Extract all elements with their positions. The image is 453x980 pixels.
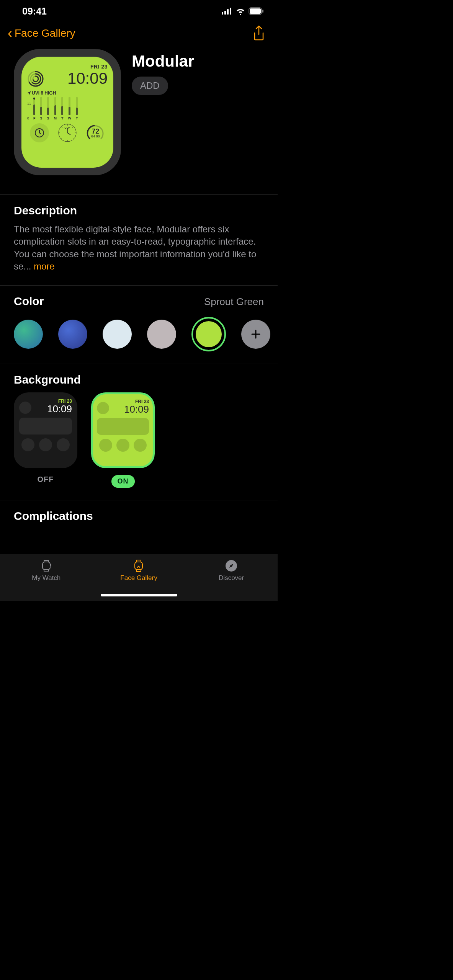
uvi-bar: W <box>68 97 72 120</box>
activity-rings-icon <box>27 70 44 87</box>
back-button[interactable]: ‹ Face Gallery <box>8 26 75 40</box>
tab-discover[interactable]: Discover <box>193 559 270 582</box>
clock-face-icon: CUP <box>58 123 77 142</box>
timer-complication <box>30 123 49 142</box>
color-section: Color Sprout Green <box>0 286 278 364</box>
description-section: Description The most flexible digital-st… <box>0 195 278 286</box>
share-button[interactable] <box>252 25 265 41</box>
uvi-bar: S <box>47 97 49 120</box>
tab-label: My Watch <box>32 574 61 582</box>
status-icons <box>222 7 264 15</box>
svg-text:CUP: CUP <box>65 126 70 129</box>
background-title: Background <box>14 373 264 386</box>
home-indicator[interactable] <box>101 594 177 596</box>
color-swatch[interactable] <box>58 320 87 349</box>
world-clock-complication: CUP <box>58 123 77 142</box>
color-swatch[interactable] <box>147 320 176 349</box>
color-row <box>14 317 264 351</box>
hero-section: FRI 23 10:09 UVI 6 HIGH 11 0 FSSMTWT <box>0 49 278 195</box>
battery-icon <box>249 7 264 15</box>
nav-bar: ‹ Face Gallery <box>0 21 278 49</box>
uvi-label: UVI 6 HIGH <box>27 90 108 96</box>
svg-rect-3 <box>230 8 231 15</box>
color-title: Color <box>14 295 44 308</box>
tab-my-watch[interactable]: My Watch <box>8 559 85 582</box>
color-swatch[interactable] <box>14 320 43 349</box>
color-swatch[interactable] <box>103 320 132 349</box>
weather-arc-icon <box>86 123 105 142</box>
svg-line-20 <box>72 138 74 139</box>
uvi-bar: M <box>54 97 57 120</box>
timer-icon <box>34 127 45 139</box>
face-title: Modular <box>132 52 264 70</box>
tab-label: Discover <box>219 574 244 582</box>
complications-title: Complications <box>14 510 264 523</box>
watch-date: FRI 23 <box>67 64 108 70</box>
uvi-bar: F <box>33 97 36 120</box>
status-time: 09:41 <box>22 6 47 17</box>
svg-rect-27 <box>51 564 51 566</box>
background-on-label: ON <box>111 475 135 488</box>
svg-line-21 <box>61 138 62 139</box>
add-button[interactable]: ADD <box>132 77 168 95</box>
svg-line-22 <box>72 127 74 128</box>
weather-complication: 72 64 88 <box>86 123 105 142</box>
compass-icon <box>225 559 238 572</box>
background-on-option[interactable]: FRI 23 10:09 ON <box>91 392 155 488</box>
svg-line-19 <box>61 127 62 128</box>
location-icon <box>27 91 31 95</box>
watch-side-icon <box>40 559 52 573</box>
status-bar: 09:41 <box>0 0 278 21</box>
background-off-option[interactable]: FRI 23 10:09 OFF <box>14 392 77 488</box>
svg-rect-0 <box>222 12 223 15</box>
more-link[interactable]: more <box>34 261 55 271</box>
color-swatch-selected[interactable] <box>191 317 226 351</box>
wifi-icon <box>235 7 245 15</box>
color-add-button[interactable] <box>241 320 270 349</box>
complications-section: Complications <box>0 500 278 533</box>
uvi-bar: T <box>61 97 64 120</box>
color-selected-name: Sprout Green <box>204 296 264 308</box>
svg-line-24 <box>67 133 70 135</box>
svg-rect-6 <box>262 10 263 13</box>
watch-preview: FRI 23 10:09 UVI 6 HIGH 11 0 FSSMTWT <box>14 49 121 175</box>
description-text: The most flexible digital-style face, Mo… <box>14 223 264 273</box>
uvi-bar: T <box>76 97 78 120</box>
svg-rect-1 <box>224 11 226 15</box>
watch-face-icon <box>134 559 144 573</box>
tab-face-gallery[interactable]: Face Gallery <box>100 559 177 582</box>
uvi-bar: S <box>40 97 43 120</box>
svg-rect-2 <box>227 9 229 15</box>
tab-label: Face Gallery <box>120 574 157 582</box>
chevron-left-icon: ‹ <box>8 26 12 40</box>
back-label: Face Gallery <box>15 27 75 39</box>
svg-rect-26 <box>43 562 50 570</box>
plus-icon <box>250 328 262 340</box>
svg-rect-5 <box>250 8 261 14</box>
description-title: Description <box>14 204 264 217</box>
uvi-chart: 11 0 FSSMTWT <box>27 97 108 120</box>
watch-time: 10:09 <box>67 70 108 87</box>
background-off-label: OFF <box>38 475 54 484</box>
cellular-icon <box>222 8 232 15</box>
background-section: Background FRI 23 10:09 OFF <box>0 364 278 500</box>
